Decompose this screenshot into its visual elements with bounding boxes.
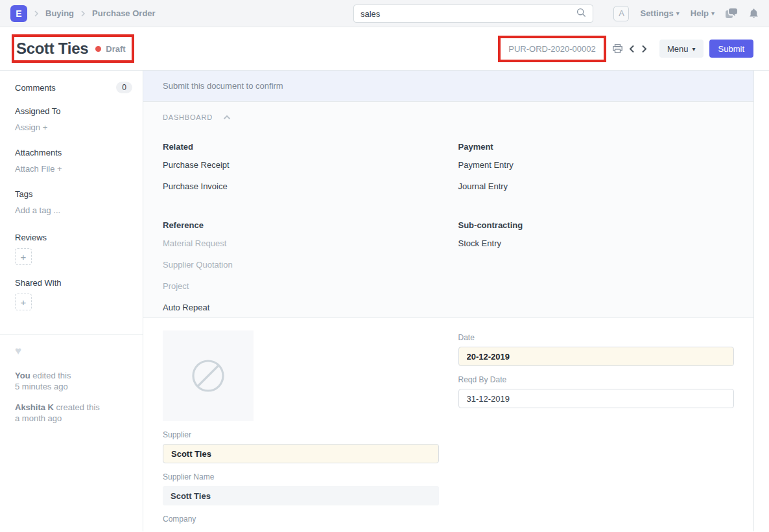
search-icon: [576, 8, 586, 20]
dashboard-group-sub-contracting: Sub-contracting: [458, 216, 735, 233]
form-sidebar: Comments 0 Assigned To Assign + Attachme…: [0, 71, 143, 531]
attach-file-action[interactable]: Attach File +: [15, 164, 132, 174]
next-document-icon[interactable]: [638, 45, 650, 53]
comments-row: Comments 0: [15, 82, 132, 93]
dashboard-column-left: Related Purchase Receipt Purchase Invoic…: [163, 129, 439, 318]
company-label: Company: [163, 515, 439, 524]
status-draft-dot: [95, 46, 101, 52]
header-actions: PUR-ORD-2020-00002 Menu ▾ Submit: [498, 34, 753, 63]
reviews-label: Reviews: [15, 233, 132, 242]
add-tag-action[interactable]: Add a tag ...: [15, 205, 132, 215]
tags-label: Tags: [15, 189, 132, 199]
page-header: Scott Ties Draft PUR-ORD-2020-00002 Menu…: [0, 27, 769, 71]
dashboard-group-payment: Payment: [458, 138, 735, 154]
chat-icon[interactable]: [726, 8, 738, 18]
no-image-icon: [191, 359, 225, 393]
page-title: Scott Ties: [16, 40, 88, 58]
dashboard-link-stock-entry[interactable]: Stock Entry: [458, 233, 735, 254]
reqd-by-date-label: Reqd By Date: [458, 375, 735, 384]
dashboard-links-grid: Related Purchase Receipt Purchase Invoic…: [163, 129, 734, 318]
global-search: [353, 5, 593, 23]
chevron-down-icon: ▾: [676, 10, 680, 17]
chevron-right-icon: [80, 10, 86, 17]
activity-actor: Akshita K: [15, 402, 54, 412]
assign-action[interactable]: Assign +: [15, 122, 132, 132]
settings-menu[interactable]: Settings ▾: [640, 8, 679, 18]
breadcrumb: E Buying Purchase Order: [10, 5, 156, 22]
dashboard-link-journal-entry[interactable]: Journal Entry: [458, 176, 735, 197]
form-card: Submit this document to confirm DASHBOAR…: [143, 71, 754, 531]
submit-message-banner: Submit this document to confirm: [143, 71, 753, 102]
purchase-order-page: E Buying Purchase Order A Settings ▾ He: [0, 0, 769, 532]
dashboard-group-related: Related: [163, 138, 439, 154]
doc-id: PUR-ORD-2020-00002: [508, 44, 595, 54]
dashboard-section: DASHBOARD Related Purchase Receipt Purch…: [143, 102, 753, 318]
dashboard-link-material-request[interactable]: Material Request: [163, 233, 439, 254]
previous-document-icon[interactable]: [626, 45, 638, 53]
annotation-box-doc-id: PUR-ORD-2020-00002: [498, 36, 606, 62]
item-image-placeholder[interactable]: [163, 330, 254, 421]
dashboard-collapse-toggle[interactable]: DASHBOARD: [163, 113, 734, 121]
attachments-label: Attachments: [15, 148, 132, 157]
activity-edited: You edited this 5 minutes ago: [15, 370, 132, 392]
top-navbar: E Buying Purchase Order A Settings ▾ He: [0, 0, 769, 27]
notifications-bell-icon[interactable]: [749, 8, 759, 19]
dashboard-link-auto-repeat[interactable]: Auto Repeat: [163, 297, 439, 318]
app-logo[interactable]: E: [10, 5, 27, 22]
like-heart-icon[interactable]: ♥: [15, 345, 132, 356]
activity-action: created this: [56, 402, 100, 412]
activity-when: 5 minutes ago: [15, 382, 68, 391]
menu-button[interactable]: Menu ▾: [659, 40, 704, 58]
activity-created: Akshita K created this a month ago: [15, 402, 132, 424]
shared-with-label: Shared With: [15, 278, 132, 288]
dashboard-link-payment-entry[interactable]: Payment Entry: [458, 154, 735, 176]
chevron-down-icon: ▾: [711, 10, 715, 17]
dashboard-group-reference: Reference: [163, 216, 439, 233]
chevron-down-icon: ▾: [692, 45, 696, 52]
dashboard-link-supplier-quotation[interactable]: Supplier Quotation: [163, 254, 439, 275]
supplier-label: Supplier: [163, 430, 439, 439]
form-column-right: Date Reqd By Date: [458, 330, 735, 528]
help-menu[interactable]: Help ▾: [691, 8, 715, 18]
avatar[interactable]: A: [613, 6, 629, 21]
add-share-button[interactable]: +: [15, 294, 32, 310]
status-badge: Draft: [106, 44, 125, 54]
date-label: Date: [458, 333, 735, 342]
comments-count-badge: 0: [116, 82, 132, 93]
supplier-name-value: Scott Ties: [163, 486, 439, 505]
dashboard-link-purchase-invoice[interactable]: Purchase Invoice: [163, 176, 439, 197]
submit-button[interactable]: Submit: [709, 40, 753, 58]
navbar-actions: A Settings ▾ Help ▾: [613, 6, 759, 21]
add-review-button[interactable]: +: [15, 248, 32, 265]
annotation-box-title: Scott Ties Draft: [12, 34, 134, 63]
dashboard-heading: DASHBOARD: [163, 113, 213, 121]
activity-action: edited this: [32, 371, 71, 380]
supplier-field[interactable]: [163, 444, 439, 463]
supplier-name-label: Supplier Name: [163, 472, 439, 481]
comments-link[interactable]: Comments: [15, 83, 56, 93]
form-fields-grid: Supplier Supplier Name Scott Ties Compan…: [163, 330, 734, 528]
dashboard-link-purchase-receipt[interactable]: Purchase Receipt: [163, 154, 439, 176]
chevron-right-icon: [33, 10, 40, 17]
supplier-details-section: Supplier Supplier Name Scott Ties Compan…: [143, 318, 753, 532]
dashboard-link-project[interactable]: Project: [163, 275, 439, 297]
breadcrumb-item-buying[interactable]: Buying: [45, 8, 74, 18]
print-icon[interactable]: [609, 44, 626, 53]
content-area: Comments 0 Assigned To Assign + Attachme…: [0, 71, 769, 531]
dashboard-column-right: Payment Payment Entry Journal Entry Sub-…: [458, 129, 735, 318]
search-input[interactable]: [361, 9, 576, 19]
assigned-to-label: Assigned To: [15, 106, 132, 116]
date-field[interactable]: [458, 347, 735, 366]
activity-when: a month ago: [15, 413, 62, 423]
sidebar-divider: [0, 334, 143, 335]
form-column-left: Supplier Supplier Name Scott Ties Compan…: [163, 330, 439, 528]
breadcrumb-item-purchase-order[interactable]: Purchase Order: [92, 8, 156, 18]
reqd-by-date-field[interactable]: [458, 389, 735, 408]
chevron-up-icon: [223, 115, 231, 120]
activity-actor: You: [15, 371, 30, 380]
